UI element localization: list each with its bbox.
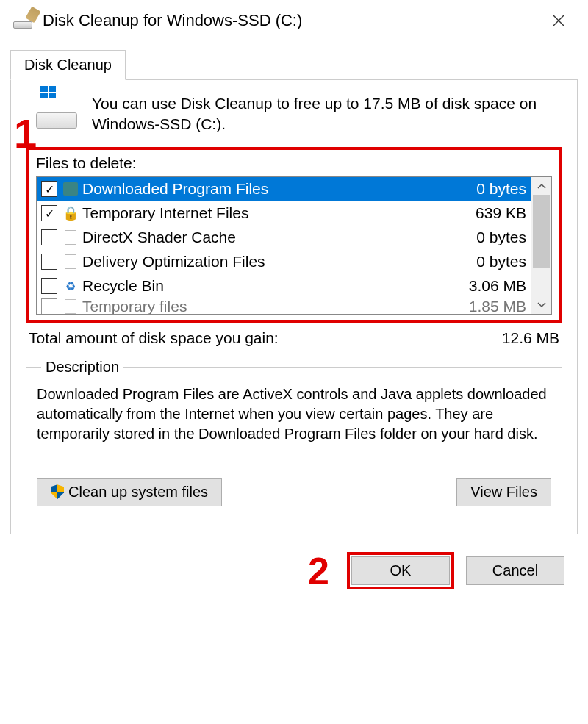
file-type-icon: ♻ <box>63 277 78 295</box>
file-name: Temporary Internet Files <box>82 204 468 222</box>
file-size: 0 bytes <box>476 229 526 246</box>
cancel-button[interactable]: Cancel <box>466 556 564 585</box>
checkbox[interactable] <box>41 298 57 314</box>
chevron-up-icon <box>537 183 546 189</box>
window-title: Disk Cleanup for Windows-SSD (C:) <box>43 11 538 30</box>
list-item[interactable]: Temporary files1.85 MB <box>37 298 531 314</box>
disk-cleanup-icon <box>13 12 35 29</box>
chevron-down-icon <box>537 302 546 308</box>
file-name: Downloaded Program Files <box>82 180 469 198</box>
file-name: Delivery Optimization Files <box>82 253 469 270</box>
cleanup-system-files-label: Clean up system files <box>68 484 208 501</box>
file-size: 0 bytes <box>476 253 526 270</box>
ok-button[interactable]: OK <box>351 556 450 585</box>
annotation-1: 1 <box>14 110 37 157</box>
file-size: 639 KB <box>476 204 526 222</box>
checkbox[interactable] <box>41 278 57 294</box>
list-item[interactable]: Delivery Optimization Files0 bytes <box>37 250 531 274</box>
file-type-icon <box>63 229 78 246</box>
file-type-icon <box>63 253 78 270</box>
ok-button-highlight: OK <box>347 552 454 589</box>
drive-icon <box>36 93 80 129</box>
file-name: Temporary files <box>82 298 462 314</box>
file-size: 0 bytes <box>476 180 526 198</box>
tab-panel: 1 You can use Disk Cleanup to free up to… <box>10 80 578 534</box>
file-name: Recycle Bin <box>82 277 462 295</box>
scrollbar-thumb[interactable] <box>533 195 550 268</box>
description-text: Downloaded Program Files are ActiveX con… <box>37 384 551 444</box>
file-size: 3.06 MB <box>469 277 526 295</box>
annotation-2: 2 <box>308 549 329 593</box>
total-space-label: Total amount of disk space you gain: <box>29 329 279 347</box>
total-space-value: 12.6 MB <box>502 329 559 347</box>
description-legend: Description <box>41 359 123 376</box>
close-icon <box>551 13 566 28</box>
checkbox[interactable]: ✓ <box>41 181 57 197</box>
scroll-down-button[interactable] <box>531 296 551 314</box>
list-item[interactable]: ♻Recycle Bin3.06 MB <box>37 274 531 298</box>
list-item[interactable]: ✓🔒Temporary Internet Files639 KB <box>37 201 531 226</box>
description-group: Description Downloaded Program Files are… <box>26 359 562 523</box>
files-list[interactable]: ✓Downloaded Program Files0 bytes✓🔒Tempor… <box>36 176 552 315</box>
cleanup-system-files-button[interactable]: Clean up system files <box>37 478 222 506</box>
file-type-icon <box>63 180 78 198</box>
intro-text: You can use Disk Cleanup to free up to 1… <box>92 93 562 135</box>
list-item[interactable]: DirectX Shader Cache0 bytes <box>37 226 531 250</box>
view-files-button[interactable]: View Files <box>456 478 551 506</box>
list-item[interactable]: ✓Downloaded Program Files0 bytes <box>37 177 531 201</box>
checkbox[interactable] <box>41 254 57 270</box>
title-bar: Disk Cleanup for Windows-SSD (C:) <box>0 0 588 40</box>
file-type-icon: 🔒 <box>63 204 78 222</box>
checkbox[interactable] <box>41 229 57 245</box>
file-size: 1.85 MB <box>469 298 526 314</box>
tab-strip: Disk Cleanup <box>10 50 578 80</box>
checkbox[interactable]: ✓ <box>41 205 57 221</box>
files-section-highlight: Files to delete: ✓Downloaded Program Fil… <box>26 147 562 323</box>
close-button[interactable] <box>538 6 579 35</box>
file-name: DirectX Shader Cache <box>82 229 469 246</box>
files-to-delete-label: Files to delete: <box>36 154 552 172</box>
scrollbar[interactable] <box>531 177 551 314</box>
tab-disk-cleanup[interactable]: Disk Cleanup <box>10 50 126 80</box>
file-type-icon <box>63 298 78 314</box>
scroll-up-button[interactable] <box>531 177 551 195</box>
uac-shield-icon <box>51 484 64 499</box>
